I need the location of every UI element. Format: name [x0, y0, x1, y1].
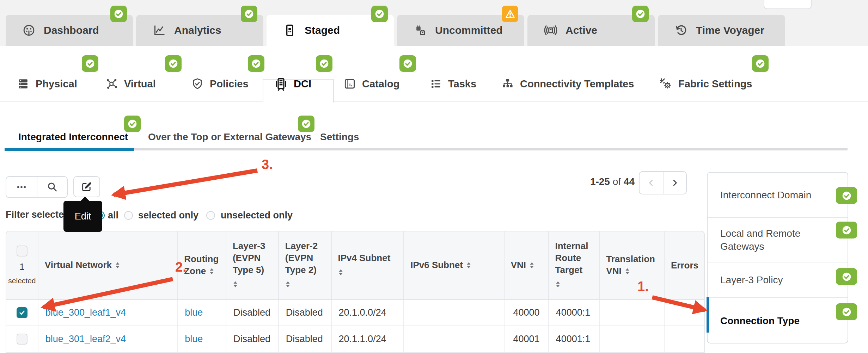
catalog-icon	[343, 77, 356, 91]
cell-internal-route-target: 40001:1	[556, 334, 591, 345]
cell-ipv4-subnet: 20.1.0.0/24	[339, 307, 386, 318]
sort-icon[interactable]	[115, 260, 120, 272]
panel-item-connection-type[interactable]: Connection Type	[708, 297, 848, 343]
table-header-row: 1 selected Virtual Network Routing Zone …	[6, 231, 705, 300]
tab-label: Settings	[320, 131, 359, 143]
tasks-icon	[429, 77, 442, 91]
panel-item-layer3-policy[interactable]: Layer-3 Policy	[708, 262, 848, 297]
column-label: VNI	[511, 260, 526, 270]
table-row: blue_301_leaf2_v4 blue Disabled Disabled…	[6, 326, 705, 353]
filter-option-label[interactable]: selected only	[138, 210, 198, 221]
search-icon	[46, 181, 58, 193]
arrow-step3	[114, 171, 257, 195]
tab-uncommitted[interactable]: Uncommitted	[397, 15, 524, 46]
sort-icon[interactable]	[285, 279, 325, 291]
select-all-checkbox[interactable]	[17, 246, 27, 256]
column-header-ipv6-subnet[interactable]: IPv6 Subnet	[403, 231, 504, 299]
subtab-connectivity-templates[interactable]: Connectivity Templates	[501, 72, 634, 95]
routing-zone-link[interactable]: blue	[185, 307, 203, 318]
sort-icon[interactable]	[233, 279, 272, 291]
active-tab-underline	[5, 148, 134, 151]
row-checkbox[interactable]	[17, 334, 27, 345]
search-button[interactable]	[37, 177, 67, 197]
filter-radio-selected-only[interactable]	[124, 211, 133, 220]
subtab-catalog[interactable]: Catalog	[343, 72, 399, 95]
tab-label: Dashboard	[44, 24, 99, 36]
panel-item-local-and-remote-gateways[interactable]: Local and Remote Gateways	[708, 217, 848, 262]
column-label: Layer-3 (EVPN Type 5)	[233, 241, 265, 275]
sort-icon[interactable]	[555, 279, 593, 291]
next-page-button[interactable]	[663, 172, 686, 194]
subtab-fabric-settings[interactable]: Fabric Settings	[659, 72, 752, 95]
column-header-errors[interactable]: Errors	[664, 231, 704, 299]
subtab-policies[interactable]: Policies	[191, 72, 249, 95]
tab-settings[interactable]: Settings	[320, 129, 359, 145]
fabric-settings-icon	[659, 77, 673, 91]
tab-time-voyager[interactable]: Time Voyager	[658, 15, 785, 46]
check-badge	[124, 116, 141, 132]
subtab-label: Tasks	[448, 78, 476, 90]
column-header-translation-vni[interactable]: Translation VNI	[599, 231, 664, 299]
tab-over-the-top-or-external-gateways[interactable]: Over the Top or External Gateways	[148, 129, 311, 145]
panel-item-interconnect-domain[interactable]: Interconnect Domain	[708, 173, 848, 217]
tab-analytics[interactable]: Analytics	[136, 15, 263, 46]
virtual-icon	[105, 77, 118, 91]
selected-word: selected	[8, 277, 36, 285]
tab-label: Integrated Interconnect	[18, 131, 128, 143]
panel-item-label: Layer-3 Policy	[720, 273, 816, 286]
subtab-label: Connectivity Templates	[520, 78, 634, 90]
column-label: IPv6 Subnet	[410, 260, 463, 270]
column-header-layer2[interactable]: Layer-2 (EVPN Type 2)	[278, 231, 331, 299]
filter-selected-label: Filter selected:	[6, 209, 73, 220]
routing-zone-link[interactable]: blue	[185, 334, 203, 345]
tab-dashboard[interactable]: Dashboard	[6, 15, 133, 46]
subtab-label: Policies	[210, 78, 249, 90]
sort-icon[interactable]	[209, 266, 214, 278]
subtab-label: Physical	[36, 78, 77, 90]
chevron-right-icon	[670, 178, 679, 187]
column-header-virtual-network[interactable]: Virtual Network	[38, 231, 177, 299]
check-badge	[110, 6, 127, 22]
column-header-vni[interactable]: VNI	[504, 231, 548, 299]
filter-option-label[interactable]: all	[108, 210, 118, 221]
check-badge	[165, 55, 182, 72]
uncommitted-icon	[413, 23, 427, 37]
virtual-network-link[interactable]: blue_300_leaf1_v4	[45, 307, 126, 318]
column-header-internal-route-target[interactable]: Internal Route Target	[548, 231, 599, 299]
sort-icon[interactable]	[625, 266, 630, 278]
row-checkbox[interactable]	[17, 307, 27, 318]
ellipsis-icon	[16, 181, 27, 193]
tooltip-caret	[80, 197, 90, 201]
panel-item-label: Connection Type	[720, 314, 816, 327]
filter-option-label[interactable]: unselected only	[221, 210, 293, 221]
sort-icon[interactable]	[529, 260, 534, 272]
cell-internal-route-target: 40000:1	[556, 307, 591, 318]
tab-label: Staged	[305, 24, 340, 36]
virtual-network-link[interactable]: blue_301_leaf2_v4	[45, 334, 126, 345]
tab-active[interactable]: Active	[527, 15, 655, 46]
column-header-ipv4-subnet[interactable]: IPv4 Subnet	[331, 231, 404, 299]
subtab-physical[interactable]: Physical	[17, 72, 77, 95]
cell-vni: 40000	[513, 307, 540, 318]
tab-integrated-interconnect[interactable]: Integrated Interconnect	[18, 129, 128, 145]
dci-tabs: Integrated Interconnect Over the Top or …	[0, 102, 868, 151]
sort-icon[interactable]	[466, 260, 471, 272]
top-right-partial-button[interactable]	[764, 0, 812, 9]
selection-header: 1 selected	[6, 231, 38, 299]
subtab-label: DCI	[294, 78, 311, 90]
tab-label: Over the Top or External Gateways	[148, 131, 311, 143]
edit-button[interactable]	[73, 176, 100, 197]
filter-radio-unselected-only[interactable]	[206, 211, 215, 220]
previous-page-button[interactable]	[640, 172, 663, 194]
sort-icon[interactable]	[338, 267, 397, 279]
time-voyager-icon	[674, 23, 688, 37]
tab-staged[interactable]: Staged	[267, 15, 394, 46]
more-options-button[interactable]	[6, 177, 37, 197]
column-header-routing-zone[interactable]: Routing Zone	[177, 231, 226, 299]
subtab-dci[interactable]: DCI	[274, 72, 311, 95]
subtab-virtual[interactable]: Virtual	[105, 72, 156, 95]
check-badge	[241, 6, 257, 22]
column-header-layer3[interactable]: Layer-3 (EVPN Type 5)	[226, 231, 278, 299]
subtab-tasks[interactable]: Tasks	[429, 72, 476, 95]
check-badge	[752, 55, 769, 72]
